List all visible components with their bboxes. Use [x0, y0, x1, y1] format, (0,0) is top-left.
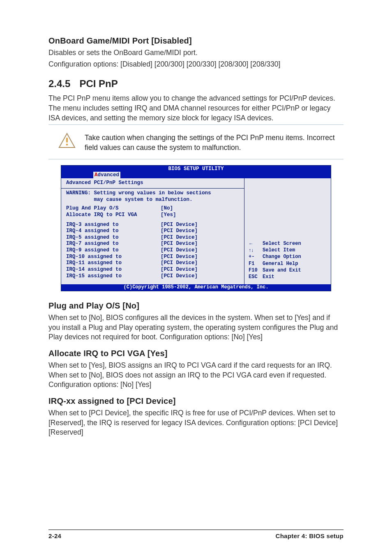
- bios-tab-rest: dvanced: [98, 172, 120, 178]
- bios-help-row: F10Save and Exit: [249, 267, 301, 274]
- svg-point-3: [66, 144, 68, 146]
- caution-box: Take caution when changing the settings …: [48, 132, 344, 155]
- bios-row-label: IRQ-9 assigned to: [66, 247, 161, 254]
- bios-setting-row[interactable]: IRQ-14 assigned to[PCI Device]: [66, 267, 241, 273]
- bios-help-area: ←Select Screen ↑↓Select Item +-Change Op…: [244, 178, 331, 284]
- heading-onboard-game-midi: OnBoard Game/MIDI Port [Disabled]: [48, 36, 344, 46]
- text-irq-xx: When set to [PCI Device], the specific I…: [48, 408, 344, 438]
- bios-help-key: F1: [249, 260, 263, 267]
- text-onboard-desc1: Disables or sets the OnBoard Game/MIDI p…: [48, 48, 344, 58]
- bios-row-label: Allocate IRQ to PCI VGA: [66, 212, 161, 219]
- bios-help-key: ESC: [249, 274, 263, 280]
- bios-tab-advanced[interactable]: Advanced: [93, 172, 120, 179]
- bios-help-row: +-Change Option: [249, 253, 301, 260]
- bios-divider: [61, 188, 244, 189]
- bios-setting-row[interactable]: IRQ-9 assigned to[PCI Device]: [66, 247, 241, 254]
- bios-row-value: [No]: [161, 205, 173, 212]
- bios-main-area: Advanced PCI/PnP Settings WARNING: Setti…: [61, 178, 244, 284]
- bios-help-text: Select Item: [263, 247, 295, 253]
- bios-setting-row[interactable]: IRQ-7 assigned to[PCI Device]: [66, 241, 241, 247]
- bios-setting-row[interactable]: IRQ-11 assigned to[PCI Device]: [66, 260, 241, 267]
- bios-row-value: [PCI Device]: [161, 267, 198, 273]
- bios-row-value: [PCI Device]: [161, 260, 198, 267]
- svg-rect-2: [66, 138, 68, 143]
- bios-help-key: F10: [249, 267, 263, 274]
- bios-help-text: General Help: [263, 260, 298, 267]
- bios-row-value: [PCI Device]: [161, 247, 198, 254]
- section-number: 2.4.5: [48, 78, 70, 90]
- bios-row-value: [PCI Device]: [161, 254, 198, 260]
- heading-irq-xx: IRQ-xx assigned to [PCI Device]: [48, 396, 344, 406]
- heading-plug-play-os: Plug and Play O/S [No]: [48, 301, 344, 311]
- bios-help-key: +-: [249, 253, 263, 260]
- bios-panel: BIOS SETUP UTILITY Advanced Advanced PCI…: [61, 165, 331, 291]
- divider: [48, 124, 344, 125]
- bios-setting-row[interactable]: Plug And Play O/S [No]: [66, 205, 241, 212]
- bios-setting-row[interactable]: IRQ-3 assigned to[PCI Device]: [66, 222, 241, 228]
- text-onboard-desc2: Configuration options: [Disabled] [200/3…: [48, 60, 344, 69]
- warning-icon: [58, 132, 76, 150]
- section-title: PCI PnP: [79, 78, 118, 89]
- bios-header: BIOS SETUP UTILITY Advanced: [61, 166, 331, 178]
- bios-row-value: [PCI Device]: [161, 273, 198, 280]
- bios-setting-row[interactable]: IRQ-5 assigned to[PCI Device]: [66, 235, 241, 241]
- updown-arrow-icon: ↑↓: [249, 247, 263, 253]
- bios-row-label: IRQ-11 assigned to: [66, 260, 161, 267]
- caution-text: Take caution when changing the settings …: [85, 133, 344, 152]
- text-plug-play-os: When set to [No], BIOS configures all th…: [48, 313, 344, 342]
- bios-help-text: Save and Exit: [263, 267, 301, 274]
- bios-help-row: ←Select Screen: [249, 240, 301, 247]
- bios-row-value: [PCI Device]: [161, 235, 198, 241]
- bios-row-value: [PCI Device]: [161, 241, 198, 247]
- bios-help-text: Change Option: [263, 253, 301, 260]
- text-allocate-irq: When set to [Yes], BIOS assigns an IRQ t…: [48, 361, 344, 390]
- bios-row-label: IRQ-5 assigned to: [66, 235, 161, 241]
- bios-row-label: IRQ-7 assigned to: [66, 241, 161, 247]
- bios-row-value: [Yes]: [161, 212, 176, 219]
- page-chapter: Chapter 4: BIOS setup: [276, 532, 344, 539]
- bios-row-label: Plug And Play O/S: [66, 205, 161, 212]
- left-arrow-icon: ←: [249, 240, 263, 247]
- bios-help-row: ESCExit: [249, 274, 301, 280]
- bios-help-text: Select Screen: [263, 240, 301, 247]
- bios-row-label: IRQ-4 assigned to: [66, 228, 161, 235]
- bios-warning: WARNING: Setting wrong values in below s…: [66, 190, 241, 203]
- bios-help-row: F1General Help: [249, 260, 301, 267]
- bios-row-label: IRQ-14 assigned to: [66, 267, 161, 273]
- bios-setting-row[interactable]: Allocate IRQ to PCI VGA [Yes]: [66, 212, 241, 219]
- bios-setting-row[interactable]: IRQ-10 assigned to[PCI Device]: [66, 254, 241, 260]
- bios-row-value: [PCI Device]: [161, 228, 198, 235]
- page-number: 2-24: [48, 532, 61, 539]
- bios-setting-row[interactable]: IRQ-4 assigned to[PCI Device]: [66, 228, 241, 235]
- bios-row-label: IRQ-15 assigned to: [66, 273, 161, 280]
- bios-help-list: ←Select Screen ↑↓Select Item +-Change Op…: [249, 240, 301, 280]
- bios-row-label: IRQ-3 assigned to: [66, 222, 161, 228]
- bios-setting-row[interactable]: IRQ-15 assigned to[PCI Device]: [66, 273, 241, 280]
- bios-tab-hotkey: A: [95, 172, 98, 178]
- bios-footer: (C)Copyright 1985-2002, American Megatre…: [61, 284, 331, 291]
- divider: [48, 159, 344, 159]
- bios-row-value: [PCI Device]: [161, 222, 198, 228]
- bios-help-text: Exit: [263, 274, 274, 280]
- heading-section-pci-pnp: 2.4.5PCI PnP: [48, 78, 344, 90]
- bios-subtitle: Advanced PCI/PnP Settings: [66, 180, 241, 187]
- heading-allocate-irq: Allocate IRQ to PCI VGA [Yes]: [48, 349, 344, 358]
- bios-help-row: ↑↓Select Item: [249, 247, 301, 253]
- page-footer: 2-24 Chapter 4: BIOS setup: [48, 530, 344, 539]
- text-pcipnp-body: The PCI PnP menu items allow you to chan…: [48, 94, 344, 123]
- bios-row-label: IRQ-10 assigned to: [66, 254, 161, 260]
